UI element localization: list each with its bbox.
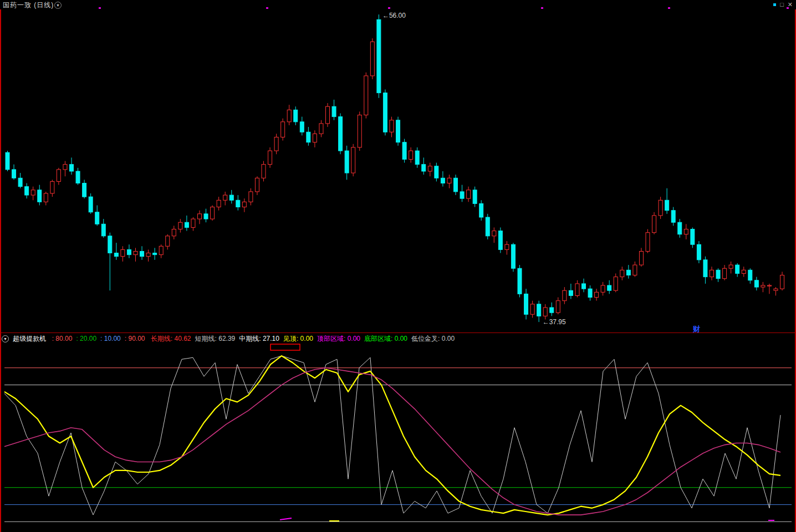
candle — [678, 222, 682, 234]
candle — [89, 197, 93, 212]
candle — [492, 231, 496, 236]
candle — [626, 270, 630, 275]
month-tick — [668, 7, 670, 9]
candle — [249, 192, 253, 202]
candle — [454, 178, 458, 192]
indicator-title: 超级提款机 — [13, 335, 46, 342]
series-长期线 — [4, 368, 780, 515]
candle — [563, 290, 567, 300]
candle — [729, 265, 733, 268]
indicator-svg[interactable] — [0, 334, 796, 532]
candle — [582, 284, 586, 289]
candle — [703, 260, 707, 277]
candle — [774, 289, 778, 290]
indicator-header: ▼ 超级提款机 : 80.00: 20.00: 10.00: 90.00 长期线… — [2, 334, 458, 342]
candle — [274, 137, 278, 151]
month-tick — [388, 7, 390, 9]
candle — [422, 165, 426, 171]
candlestick-svg[interactable]: ←56.00←37.95财 — [0, 9, 796, 333]
candle — [63, 165, 67, 170]
month-tick — [266, 7, 268, 9]
candle — [57, 170, 60, 182]
candle — [76, 171, 80, 183]
candle — [742, 270, 746, 273]
panel-separator-line — [0, 332, 796, 333]
candle — [83, 183, 86, 197]
candle — [639, 252, 643, 265]
candlestick-series — [6, 14, 784, 322]
candle — [326, 106, 330, 124]
candle — [691, 229, 695, 245]
candle — [467, 190, 471, 198]
candle — [652, 216, 656, 233]
candle — [121, 249, 125, 256]
indicator-panel: ▼ 超级提款机 : 80.00: 20.00: 10.00: 90.00 长期线… — [0, 334, 796, 532]
candle — [262, 165, 266, 178]
candle — [300, 122, 304, 132]
candle — [537, 304, 541, 316]
indicator-reading: 短期线: 62.39 — [195, 335, 236, 342]
chart-frame-left-border — [0, 9, 1, 532]
candle — [402, 142, 406, 160]
candle — [665, 200, 669, 210]
candle — [479, 203, 483, 217]
indicator-reading: 长期线: 40.62 — [151, 335, 191, 342]
candle — [761, 285, 765, 287]
main-candlestick-chart[interactable]: ←56.00←37.95财 — [0, 9, 796, 333]
candle — [748, 270, 752, 280]
indicator-reading: 底部区域: 0.00 — [364, 335, 407, 342]
candle — [736, 265, 739, 273]
candle — [108, 236, 112, 253]
candle — [498, 231, 502, 250]
candle — [447, 178, 451, 183]
candle — [313, 134, 317, 142]
candle — [370, 42, 374, 75]
candle — [294, 110, 298, 122]
candle — [217, 200, 221, 207]
candle — [710, 270, 714, 277]
candle — [377, 19, 381, 93]
candle — [595, 292, 599, 297]
indicator-legend: 长期线: 40.62短期线: 62.39中期线: 27.10见顶: 0.00顶部… — [151, 335, 458, 342]
candle — [646, 233, 650, 252]
candle — [307, 132, 310, 142]
candle — [31, 190, 35, 195]
candle — [671, 211, 675, 223]
indicator-reading: 中期线: 27.10 — [239, 335, 279, 342]
candle — [364, 76, 368, 115]
candle — [460, 192, 464, 198]
candle — [415, 151, 419, 165]
candle — [146, 253, 150, 257]
indicator-dropdown-chevron-icon[interactable]: ▼ — [2, 335, 9, 342]
candle — [659, 200, 662, 216]
candle — [255, 178, 259, 192]
series-短期线 — [4, 356, 780, 515]
indicator-reading: 见顶: 0.00 — [283, 335, 313, 342]
candle — [505, 244, 509, 249]
candle — [281, 122, 285, 137]
indicator-reading: 低位金叉: 0.00 — [411, 335, 455, 342]
month-tick — [99, 7, 101, 9]
month-tick — [541, 7, 543, 9]
candle — [287, 110, 291, 122]
candle — [114, 253, 118, 257]
candle — [588, 289, 592, 297]
candle — [435, 166, 438, 178]
candle — [716, 270, 720, 278]
candle — [339, 117, 343, 151]
candle — [614, 277, 618, 291]
candle — [569, 290, 573, 295]
candle — [198, 214, 202, 219]
candle — [44, 193, 48, 202]
candle — [172, 229, 176, 236]
candle — [223, 195, 227, 200]
candle — [18, 178, 22, 186]
candle — [575, 284, 579, 296]
candle — [127, 249, 131, 254]
candle — [358, 115, 361, 147]
candle — [441, 178, 445, 183]
candle — [428, 166, 432, 171]
indicator-param: : 80.00 — [52, 335, 73, 342]
indicator-params: : 80.00: 20.00: 10.00: 90.00 — [52, 335, 149, 342]
candle — [101, 224, 105, 236]
